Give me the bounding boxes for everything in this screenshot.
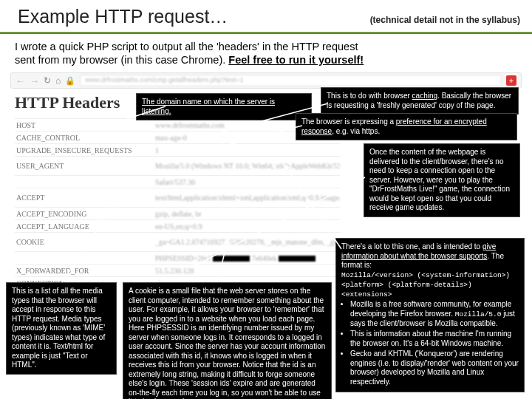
callout-connection: Once the content of the webpage is deliv… (364, 143, 520, 217)
headers-table: HOSTwww.drfrostmaths.comCACHE_CONTROLmax… (15, 118, 340, 289)
browser-toolbar: ← → ↻ ⌂ 🔒 www.drfrostmaths.com/cmp.getal… (10, 72, 522, 89)
callout-upgrade: The browser is expressing a preference f… (296, 113, 517, 140)
table-row: UPGRADE_INSECURE_REQUESTS1 (15, 143, 340, 156)
intro-text: I wrote a quick PHP script to output all… (0, 34, 532, 69)
extension-icon[interactable]: + (506, 75, 516, 86)
intro-line2b: Feel free to run it yourself! (228, 54, 364, 66)
slide-subtitle: (technical detail not in the syllabus) (370, 15, 520, 25)
callout-cache: This is to do with browser caching. Basi… (321, 87, 519, 115)
callout-useragent: There's a lot to this one, and is intend… (335, 238, 525, 392)
table-row: ACCEPTtext/html,application/xhtml+xml,ap… (15, 188, 340, 207)
title-bar: Example HTTP request… (technical detail … (0, 0, 532, 32)
ua-li1: Mozilla is a free software community, fo… (350, 300, 519, 328)
lock-icon: 🔒 (65, 76, 75, 86)
intro-line1: I wrote a quick PHP script to output all… (15, 41, 358, 52)
url-bar[interactable]: www.drfrostmaths.com/cmp.getallheaders.p… (80, 75, 502, 86)
table-row: PHPSESSID=26r1 7e640ek (15, 251, 340, 264)
table-row: X_FORWARDED_FOR51.5.230.128 (15, 264, 340, 276)
table-row: ACCEPT_LANGUAGEen-US,en;q=0.9 (15, 219, 340, 232)
callout-cookie: A cookie is a small file that the web se… (123, 282, 332, 399)
home-icon[interactable]: ⌂ (55, 75, 61, 86)
callout-domain: The domain name on which the server is l… (136, 93, 312, 120)
ua-li2: This is information about the machine I'… (350, 330, 519, 348)
forward-icon[interactable]: → (30, 75, 39, 86)
intro-line2a: sent from my browser (in this case Chrom… (15, 54, 228, 66)
table-row: USER_AGENTMozilla/5.0 (Windows NT 10.0; … (15, 156, 340, 175)
http-headers-heading: HTTP Headers (15, 93, 120, 112)
table-row: CACHE_CONTROLmax-age-0 (15, 131, 340, 143)
table-row: COOKIE_ga=GA1.2.874716927.1526120278, _m… (15, 232, 340, 251)
table-row: ACCEPT_ENCODINGgzip, deflate, br (15, 207, 340, 219)
back-icon[interactable]: ← (16, 75, 25, 86)
callout-accept: This is a list of all the media types th… (6, 282, 117, 375)
ua-li3: Gecko and KHTML ('Konqueror') are render… (350, 349, 519, 386)
slide-title: Example HTTP request… (18, 6, 228, 27)
table-row: Safari/537.36 (15, 175, 340, 188)
reload-icon[interactable]: ↻ (44, 75, 51, 86)
main-area: HTTP Headers HOSTwww.drfrostmaths.comCAC… (10, 90, 528, 399)
